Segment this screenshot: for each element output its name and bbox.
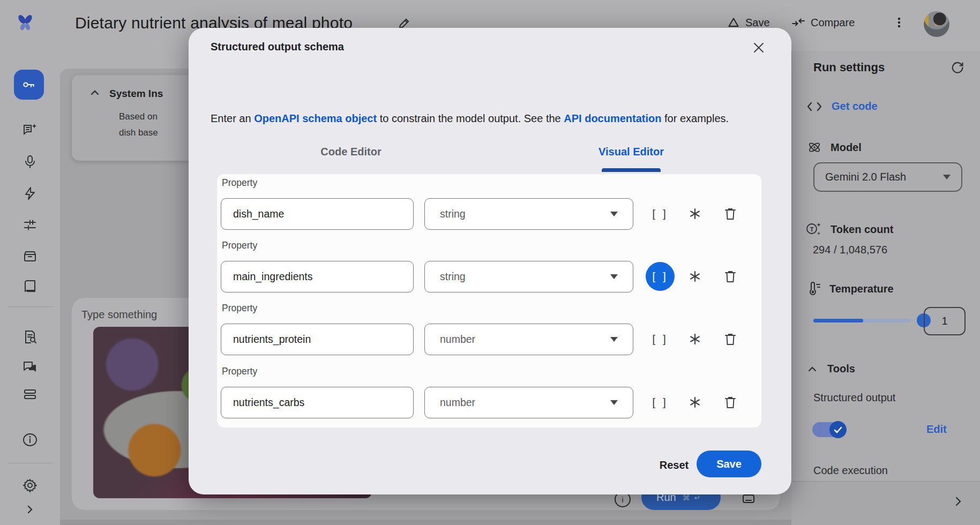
sidebar-item-prompt[interactable] (0, 122, 60, 137)
dialog-title: Structured output schema (211, 41, 344, 53)
property-type-select[interactable]: string (424, 261, 633, 292)
model-row: Model (807, 140, 862, 155)
sidebar-item-stream[interactable] (0, 154, 60, 169)
description-text: Enter an (211, 112, 254, 124)
app-window: Dietary nutrient analysis of meal photo … (0, 0, 980, 525)
close-button[interactable] (751, 40, 767, 56)
property-type-value: number (440, 333, 475, 346)
save-button[interactable]: Save (727, 16, 770, 29)
book-icon (23, 279, 38, 294)
property-type-value: number (440, 396, 475, 409)
active-tab-underline (602, 168, 661, 172)
settings-button[interactable] (0, 478, 60, 493)
kebab-menu-icon[interactable] (893, 16, 906, 29)
array-toggle-button[interactable]: [ ] (646, 325, 675, 354)
sidebar-item-doc-search[interactable] (0, 329, 60, 344)
structured-output-label: Structured output (813, 392, 895, 404)
tune-sliders-icon (23, 218, 38, 232)
delete-property-button[interactable] (722, 268, 738, 284)
property-label-clipped: Property (222, 426, 257, 428)
array-toggle-button-active[interactable]: [ ] (646, 262, 675, 291)
chevron-right-icon (952, 496, 964, 507)
tools-label: Tools (827, 363, 855, 375)
openapi-schema-link[interactable]: OpenAPI schema object (254, 112, 377, 124)
property-name-value: nutrients_protein (233, 333, 311, 346)
get-code-label: Get code (832, 100, 878, 112)
sidebar-item-chat[interactable] (0, 359, 60, 374)
collapse-chevron-icon[interactable] (90, 89, 100, 96)
sidebar-item-library[interactable] (0, 249, 60, 264)
get-code-button[interactable]: Get code (807, 100, 878, 112)
chat-bubbles-icon (23, 359, 38, 374)
delete-property-button[interactable] (722, 206, 738, 222)
property-type-select[interactable]: string (424, 198, 633, 230)
property-name-value: main_ingredients (233, 271, 313, 283)
property-label: Property (222, 240, 257, 251)
reset-button[interactable]: Reset (649, 456, 699, 474)
chevron-down-icon (610, 212, 618, 216)
keyboard-shortcut-icon[interactable] (742, 493, 755, 504)
compare-button-label: Compare (811, 17, 855, 29)
avatar[interactable] (924, 11, 949, 37)
api-documentation-link[interactable]: API documentation (564, 112, 661, 124)
chevron-down-icon (943, 175, 951, 179)
prompt-spark-icon (23, 122, 38, 137)
sidebar-collapse-button[interactable] (952, 496, 964, 507)
property-name-input[interactable]: dish_name (221, 198, 414, 230)
property-name-input[interactable]: nutrients_carbs (221, 387, 414, 418)
temperature-value-field[interactable]: 1 (924, 307, 966, 335)
app-logo-icon[interactable] (15, 13, 35, 33)
mic-icon (23, 154, 38, 169)
property-type-value: string (440, 271, 466, 283)
required-asterisk-button[interactable] (687, 206, 703, 222)
key-icon (21, 77, 37, 93)
structured-output-toggle[interactable] (812, 422, 846, 437)
required-asterisk-button[interactable] (687, 268, 703, 284)
sidebar-item-tune[interactable] (0, 218, 60, 232)
doc-search-icon (23, 329, 38, 344)
delete-property-button[interactable] (722, 394, 738, 410)
property-type-select[interactable]: number (424, 387, 633, 418)
sidebar-item-history[interactable] (0, 387, 60, 402)
property-type-select[interactable]: number (424, 324, 633, 355)
structured-output-edit-link[interactable]: Edit (926, 423, 947, 436)
model-atom-icon (807, 140, 822, 155)
sidebar-item-generate[interactable] (0, 186, 60, 201)
tools-section-header[interactable]: Tools (808, 363, 855, 375)
tab-visual-editor[interactable]: Visual Editor (551, 146, 712, 158)
chevron-right-icon (25, 504, 35, 515)
property-label: Property (222, 303, 257, 314)
required-asterisk-button[interactable] (687, 331, 703, 347)
info-button[interactable] (0, 432, 60, 447)
rail-expand-button[interactable] (0, 504, 60, 515)
property-type-value: string (440, 208, 466, 220)
code-execution-label: Code execution (813, 464, 888, 477)
property-name-input[interactable]: nutrients_protein (221, 324, 414, 355)
run-settings-heading: Run settings (813, 61, 885, 74)
rail-divider (8, 306, 53, 307)
info-icon (22, 432, 38, 447)
delete-property-button[interactable] (722, 331, 738, 347)
property-name-value: nutrients_carbs (233, 396, 304, 409)
gear-icon (23, 478, 38, 493)
sidebar-item-docs[interactable] (0, 279, 60, 294)
prompt-placeholder: Type something (81, 309, 157, 321)
description-text: for examples. (662, 112, 729, 124)
reset-settings-refresh-icon[interactable] (951, 61, 964, 74)
close-icon (753, 42, 765, 54)
dialog-description: Enter an OpenAPI schema object to constr… (211, 112, 729, 125)
required-asterisk-button[interactable] (687, 394, 703, 410)
temperature-value: 1 (941, 315, 947, 327)
structured-output-schema-dialog: Structured output schema Enter an OpenAP… (189, 28, 791, 494)
compare-button[interactable]: Compare (791, 16, 855, 29)
tab-code-editor[interactable]: Code Editor (271, 146, 431, 158)
array-toggle-button[interactable]: [ ] (646, 199, 675, 228)
sidebar-item-api-keys[interactable] (14, 70, 44, 100)
system-instructions-text-line: Based on (119, 111, 158, 122)
property-name-input[interactable]: main_ingredients (221, 261, 414, 292)
save-triangle-icon (727, 16, 740, 29)
model-select[interactable]: Gemini 2.0 Flash (813, 162, 962, 192)
save-schema-button[interactable]: Save (697, 451, 761, 477)
code-brackets-icon (807, 101, 822, 112)
array-toggle-button[interactable]: [ ] (646, 388, 675, 417)
